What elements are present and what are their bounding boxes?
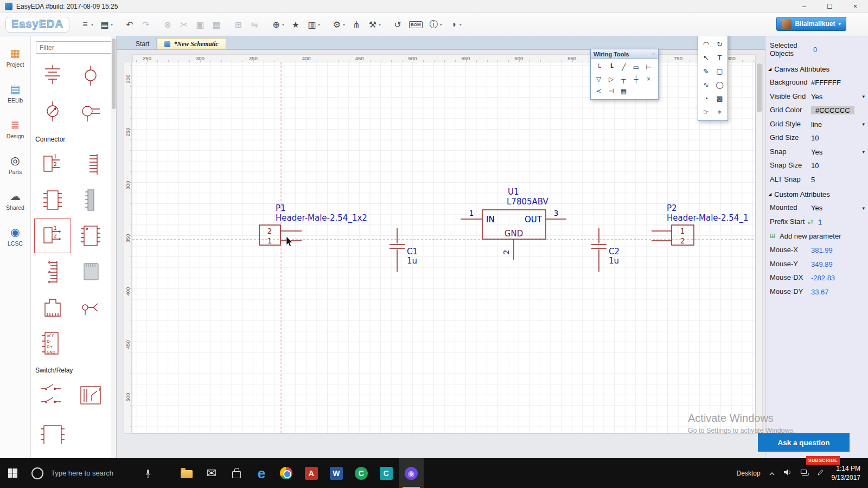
design-manager-button[interactable]: ★ (289, 18, 303, 31)
maximize-button[interactable]: ☐ (817, 0, 843, 12)
capture-icon[interactable]: C (374, 458, 399, 488)
sidebar-item-design[interactable]: ≣Design (0, 119, 30, 139)
edge-icon[interactable]: e (249, 458, 274, 488)
attr-value[interactable]: Yes (811, 204, 822, 212)
spline-icon[interactable]: ∿ (699, 78, 713, 92)
start-button[interactable] (0, 458, 25, 488)
library-item-switch-dpdt[interactable] (34, 377, 72, 413)
library-scrollbar[interactable] (111, 36, 116, 458)
component-c2[interactable]: C2 1u (591, 228, 620, 272)
custom-attributes-header[interactable]: ◢ Custom Attributes (765, 187, 868, 201)
drag-hand-icon[interactable]: ☞ (699, 105, 713, 119)
attr-value[interactable]: 1 (818, 218, 822, 226)
microphone-icon[interactable] (145, 469, 151, 478)
main-menu-button[interactable]: ≡▾ (78, 18, 95, 31)
vcc-flag-icon[interactable]: ┬ (617, 73, 630, 85)
library-item-pin-row[interactable] (34, 254, 72, 290)
subscribe-badge[interactable]: SUBSCRIBE (806, 456, 840, 465)
library-item-source-arrow[interactable] (34, 94, 72, 130)
tab-new-schematic[interactable]: *New Schematic (157, 38, 226, 49)
cortana-icon[interactable] (31, 467, 43, 479)
library-item-relay[interactable] (72, 377, 110, 413)
attr-value[interactable]: Yes (811, 148, 822, 156)
arrow-icon[interactable]: ↖ (699, 51, 713, 65)
component-p1[interactable]: 2 1 P1 Header-Male-2.54_1x2 (259, 203, 367, 245)
add-parameter-button[interactable]: ⊞ Add new parameter (765, 229, 868, 243)
library-item-relay-partial[interactable] (34, 413, 72, 449)
pencil-icon[interactable]: ✎ (699, 65, 713, 78)
wire-node-icon[interactable]: ⊣ (605, 85, 617, 97)
network-icon[interactable] (800, 468, 809, 478)
attr-value[interactable]: #CCCCCC (811, 106, 854, 114)
image-icon[interactable]: ▩ (713, 92, 726, 105)
close-button[interactable]: × (843, 0, 868, 12)
sidebar-item-shared[interactable]: ☁Shared (0, 190, 30, 211)
minimize-palette-button[interactable]: − (652, 51, 655, 57)
net-label-icon[interactable]: ▭ (630, 61, 642, 73)
arc-icon[interactable]: ◠ (699, 37, 713, 51)
mail-icon[interactable]: ✉ (199, 458, 224, 488)
chrome-icon[interactable] (274, 458, 299, 488)
pin-icon[interactable]: ⊢ (642, 61, 655, 73)
acrobat-icon[interactable]: A (299, 458, 324, 488)
sidebar-item-eelib[interactable]: ▤EELib (0, 83, 30, 104)
sidebar-item-parts[interactable]: ◎Parts (0, 155, 30, 175)
wire-icon[interactable]: └ (592, 61, 605, 73)
settings-gear-button[interactable]: ⚙▾ (330, 18, 347, 31)
library-item-ic-connector[interactable] (72, 218, 110, 254)
no-connect-icon[interactable]: × (642, 73, 655, 85)
taskbar-search-input[interactable]: Type here to search (51, 469, 113, 477)
camtasia-icon[interactable]: C (349, 458, 374, 488)
attr-value[interactable]: Yes (811, 93, 822, 101)
help-info-button[interactable]: ⓘ▾ (427, 17, 444, 32)
filter-input[interactable] (36, 41, 117, 54)
attr-value[interactable]: 10 (811, 134, 819, 142)
group-icon[interactable]: ▦ (617, 85, 630, 97)
recorder-icon[interactable]: ◉ (399, 458, 424, 488)
canvas-vertical-scrollbar[interactable] (756, 62, 763, 434)
sidebar-item-project[interactable]: ▦Project (0, 47, 30, 68)
ellipse-icon[interactable]: ◯ (713, 78, 726, 92)
library-item-pin-header[interactable] (72, 146, 110, 182)
library-item-circular-connector[interactable] (72, 94, 110, 130)
open-folder-button[interactable]: ▤▾ (98, 18, 115, 31)
library-item-connector-photo[interactable] (72, 182, 110, 218)
desktop-label[interactable]: Desktop (737, 470, 761, 477)
package-manager-button[interactable]: ▥▾ (305, 18, 322, 31)
library-item-source[interactable] (72, 59, 110, 94)
library-item-usb[interactable]: VCCD-D+GND (34, 325, 72, 361)
attr-value[interactable]: #FFFFFF (811, 79, 841, 87)
wiring-tools-titlebar[interactable]: Wiring Tools − (591, 49, 658, 59)
attr-value[interactable]: 5 (811, 176, 815, 184)
zoom-button[interactable]: ⊕▾ (269, 18, 286, 31)
bus-entry-icon[interactable]: ╱ (617, 61, 630, 73)
canvas-attributes-header[interactable]: ◢ Canvas Attributes (765, 61, 868, 76)
component-u1[interactable]: 1 3 2 IN OUT GND U1 L7805ABV (461, 187, 566, 260)
speaker-icon[interactable] (783, 468, 792, 478)
attr-value[interactable]: 10 (811, 162, 819, 170)
rectangle-icon[interactable]: ▢ (713, 65, 726, 78)
attr-value[interactable]: line (811, 120, 822, 129)
chevron-up-icon[interactable] (769, 468, 775, 478)
canvas-scrollbar-thumb[interactable] (757, 63, 762, 112)
schematic-canvas[interactable]: 2 1 P1 Header-Male-2.54_1x2 C1 1u (132, 62, 756, 434)
net-flag-icon[interactable]: ▷ (605, 73, 617, 85)
library-scrollbar-thumb[interactable] (112, 38, 116, 109)
pie-icon[interactable]: ◔ (699, 92, 713, 105)
library-item-dip-connector[interactable] (34, 182, 72, 218)
theme-contrast-button[interactable]: ◑▾ (446, 18, 464, 31)
ground-flag-icon[interactable]: ▽ (592, 73, 605, 85)
bus-icon[interactable]: ┗ (605, 61, 617, 73)
5v-flag-icon[interactable]: ┼ (630, 73, 642, 85)
history-button[interactable]: ↺ (391, 18, 405, 31)
taskbar-clock[interactable]: 1:14 PM 9/13/2017 (832, 464, 860, 481)
text-icon[interactable]: T (713, 51, 726, 65)
pen-icon[interactable] (817, 468, 824, 478)
component-c1[interactable]: C1 1u (390, 228, 418, 272)
minimize-button[interactable]: – (792, 0, 817, 12)
tab-start[interactable]: Start (129, 38, 157, 49)
net-port-icon[interactable]: ≺ (592, 85, 605, 97)
library-item-header-1x2[interactable]: 12 (34, 146, 72, 182)
library-item-rj45-symbol[interactable] (34, 290, 72, 325)
share-button[interactable]: ⋔ (349, 18, 363, 31)
